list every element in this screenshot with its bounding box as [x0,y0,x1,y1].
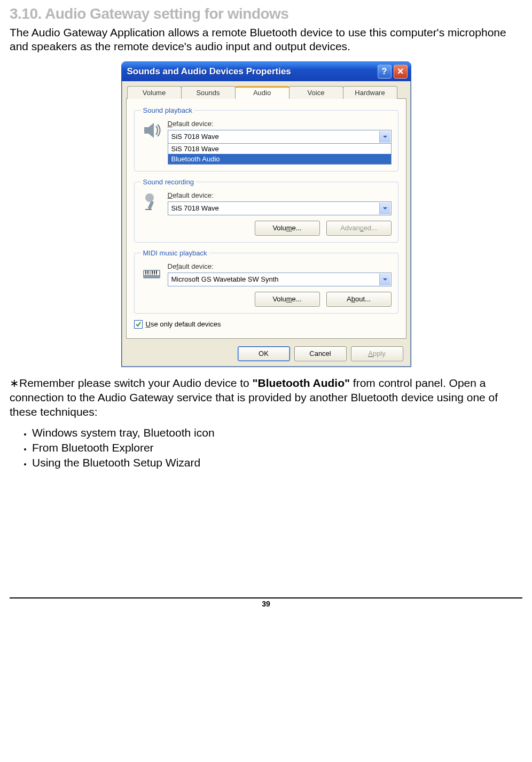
list-item: Using the Bluetooth Setup Wizard [32,456,522,469]
techniques-list: Windows system tray, Bluetooth icon From… [19,426,522,469]
group-sound-recording: Sound recording Default device: SiS 7018… [134,178,398,243]
close-icon: ✕ [397,66,404,76]
svg-rect-1 [147,200,154,209]
label-recording-default: Default device: [168,191,392,199]
tab-volume[interactable]: Volume [127,86,182,99]
option-playback-sis[interactable]: SiS 7018 Wave [168,144,391,154]
use-only-default-label: Use only default devices [146,320,221,328]
option-playback-bluetooth[interactable]: Bluetooth Audio [168,154,391,164]
midi-volume-button[interactable]: Volume... [255,292,320,307]
combo-recording-value: SiS 7018 Wave [171,204,219,212]
list-item: From Bluetooth Explorer [32,441,522,454]
use-only-default-checkbox[interactable]: Use only default devices [134,320,398,329]
intro-paragraph: The Audio Gateway Application allows a r… [10,26,522,54]
tab-sounds[interactable]: Sounds [181,86,236,99]
tab-hardware[interactable]: Hardware [343,86,397,99]
tab-voice[interactable]: Voice [289,86,343,99]
label-playback-default: Default device: [168,120,392,128]
recording-advanced-button: Advanced... [326,221,392,236]
titlebar[interactable]: Sounds and Audio Devices Properties ? ✕ [122,62,411,81]
combo-midi-device[interactable]: Microsoft GS Wavetable SW Synth [168,273,392,286]
label-midi-default: Default device: [168,262,392,270]
section-heading: 3.10. Audio Gateway setting for windows [10,5,522,22]
legend-sound-recording: Sound recording [141,178,196,186]
window-title: Sounds and Audio Devices Properties [127,66,291,77]
legend-sound-playback: Sound playback [141,106,195,114]
chevron-down-icon[interactable] [379,274,390,285]
cancel-button[interactable]: Cancel [294,346,347,361]
svg-rect-7 [154,271,155,274]
apply-button: Apply [351,346,403,361]
checkbox-icon [134,320,143,329]
recording-volume-button[interactable]: Volume... [255,221,320,236]
midi-icon [141,262,162,284]
svg-rect-4 [145,271,146,274]
svg-point-0 [145,193,154,202]
speaker-icon [141,120,162,141]
legend-midi-playback: MIDI music playback [141,249,209,257]
help-icon: ? [382,67,387,76]
combo-recording-device[interactable]: SiS 7018 Wave [168,201,392,215]
page-number: 39 [10,600,522,608]
note-paragraph: ∗Remember please switch your Audio devic… [10,376,522,419]
combo-playback-device[interactable]: SiS 7018 Wave [168,130,392,144]
microphone-icon [141,191,162,213]
svg-rect-8 [156,271,157,274]
list-item: Windows system tray, Bluetooth icon [32,426,522,439]
combo-playback-value: SiS 7018 Wave [171,133,219,141]
svg-rect-5 [147,271,148,274]
combo-midi-value: Microsoft GS Wavetable SW Synth [171,275,279,283]
properties-dialog: Sounds and Audio Devices Properties ? ✕ … [121,61,411,367]
dialog-button-row: OK Cancel Apply [125,344,408,361]
chevron-down-icon[interactable] [379,131,390,143]
group-sound-playback: Sound playback Default device: SiS 7018 … [134,106,398,172]
svg-rect-6 [152,271,153,274]
tab-audio[interactable]: Audio [235,86,290,99]
chevron-down-icon[interactable] [379,203,390,214]
combo-playback-dropdown[interactable]: SiS 7018 Wave Bluetooth Audio [168,144,392,165]
footer-rule [10,597,522,598]
help-button[interactable]: ? [378,65,392,79]
tab-panel-audio: Sound playback Default device: SiS 7018 … [126,98,406,339]
close-button[interactable]: ✕ [394,65,408,79]
midi-about-button[interactable]: About... [326,292,392,307]
group-midi-playback: MIDI music playback Default device: Micr… [134,249,398,314]
ok-button[interactable]: OK [238,346,290,361]
tab-strip: Volume Sounds Audio Voice Hardware [125,85,408,98]
